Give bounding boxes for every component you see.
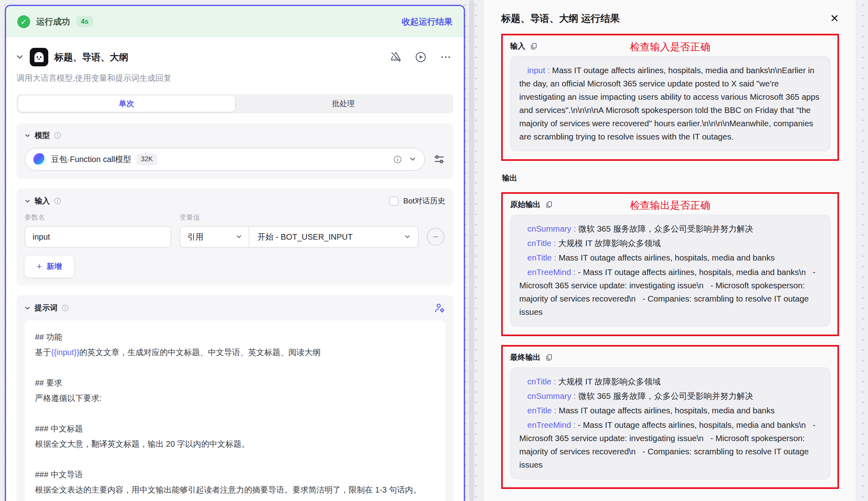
copy-raw-output-icon[interactable] (545, 201, 553, 209)
final-output-kv-line: enTitle : Mass IT outage affects airline… (519, 404, 821, 417)
run-result-header: 标题、导语、大纲 运行结果 ✕ (501, 12, 839, 25)
node-collapse-chevron-icon[interactable] (16, 53, 24, 61)
debug-disabled-icon[interactable] (390, 51, 402, 63)
prompt-line: 严格遵循以下要求: (35, 390, 435, 406)
node-title: 标题、导语、大纲 (54, 51, 128, 64)
run-mode-tabs: 单次 批处理 (16, 94, 453, 113)
input-annotation-box: 检查输入是否正确 输入 input : Mass IT outage affec… (501, 34, 839, 161)
prompt-line (35, 406, 435, 421)
prompt-line: 根据全文大意，翻译英文标题，输出 20 字以内的中文标题。 (35, 436, 435, 452)
node-description: 调用大语言模型,使用变量和提示词生成回复 (6, 66, 464, 84)
doubao-logo-icon (33, 153, 46, 166)
llm-node-avatar (30, 48, 48, 66)
input-section: 输入 Bot对话历史 参数名 变量值 引用 (16, 189, 453, 285)
model-detail-info-icon[interactable] (393, 155, 402, 164)
raw-output-kv-line: cnSummary : 微软 365 服务故障，众多公司受影响并努力解决 (519, 222, 821, 235)
prompt-assistant-person-gear-icon[interactable] (434, 302, 445, 314)
panel-resizer-handle[interactable] (469, 0, 474, 501)
prompt-line: ## 功能 (35, 329, 435, 345)
context-size-badge: 32K (136, 153, 157, 165)
final-output-annotation-box: 最终输出 cnTitle : 大规模 IT 故障影响众多领域 cnSummary… (501, 345, 839, 489)
input-section-title: 输入 (35, 196, 50, 206)
raw-output-label: 原始输出 (510, 199, 541, 210)
add-param-button[interactable]: + 新增 (25, 256, 74, 277)
node-header: 标题、导语、大纲 (6, 37, 464, 66)
close-icon[interactable]: ✕ (830, 13, 839, 24)
run-status-bar: ✓ 运行成功 4s 收起运行结果 (6, 6, 464, 37)
model-select[interactable]: 豆包·Function call模型 32K (25, 148, 425, 171)
value-type-select[interactable]: 引用 (180, 227, 249, 247)
tab-batch-run[interactable]: 批处理 (235, 96, 452, 112)
run-node-play-icon[interactable] (415, 51, 427, 63)
run-result-panel: 标题、导语、大纲 运行结果 ✕ 检查输入是否正确 输入 input : Mass… (483, 0, 856, 501)
llm-node-card: ✓ 运行成功 4s 收起运行结果 标题、导语、大纲 (5, 5, 465, 501)
prompt-collapse-chevron-icon[interactable] (25, 305, 31, 311)
raw-output-kv-line: enTreeMind : - Mass IT outage affects ai… (519, 265, 821, 318)
copy-input-icon[interactable] (530, 42, 538, 50)
raw-output-result-box: cnSummary : 微软 365 服务故障，众多公司受影响并努力解决 cnT… (510, 215, 830, 326)
param-rows: 引用 开始 - BOT_USER_INPUT − (25, 226, 445, 248)
param-name-column-header: 参数名 (25, 213, 171, 222)
output-section-label: 输出 (502, 173, 839, 183)
run-status-label: 运行成功 (36, 16, 70, 27)
plus-icon: + (37, 261, 42, 272)
raw-output-annotation-box: 检查输出是否正确 原始输出 cnSummary : 微软 365 服务故障，众多… (501, 192, 839, 336)
param-value-group: 引用 开始 - BOT_USER_INPUT (179, 226, 419, 248)
raw-output-kv-line: enTitle : Mass IT outage affects airline… (519, 251, 821, 264)
prompt-line (35, 360, 435, 375)
prompt-line: ## 要求 (35, 375, 435, 390)
tab-single-run[interactable]: 单次 (18, 96, 235, 112)
prompt-section-title: 提示词 (35, 303, 58, 313)
prompt-section: 提示词 ## 功能 基于{{input}}的英文文章，生成对应的中文标题、中文导… (16, 295, 453, 501)
prompt-editor[interactable]: ## 功能 基于{{input}}的英文文章，生成对应的中文标题、中文导语、英文… (25, 320, 445, 501)
bot-history-checkbox[interactable] (389, 196, 399, 206)
input-block-label: 输入 (510, 41, 525, 51)
run-duration-badge: 4s (76, 16, 93, 27)
model-dropdown-chevron-icon[interactable] (409, 156, 416, 163)
run-result-title: 标题、导语、大纲 运行结果 (501, 12, 620, 25)
final-output-kv-line: cnSummary : 微软 365 服务故障，众多公司受影响并努力解决 (519, 389, 821, 402)
prompt-line: 基于{{input}}的英文文章，生成对应的中文标题、中文导语、英文标题、阅读大… (35, 345, 435, 360)
model-section: 模型 豆包·Function call模型 32K (16, 123, 453, 179)
input-kv-line: input : Mass IT outage affects airlines,… (519, 64, 821, 143)
input-info-icon[interactable] (54, 197, 61, 205)
final-output-label: 最终输出 (510, 352, 541, 363)
model-section-title: 模型 (35, 130, 50, 141)
final-output-result-box: cnTitle : 大规模 IT 故障影响众多领域 cnSummary : 微软… (510, 368, 830, 479)
input-collapse-chevron-icon[interactable] (25, 198, 31, 204)
raw-output-kv-line: cnTitle : 大规模 IT 故障影响众多领域 (519, 236, 821, 250)
prompt-line: ### 中文标题 (35, 421, 435, 436)
final-output-kv-line: cnTitle : 大规模 IT 故障影响众多领域 (519, 375, 821, 388)
prompt-variable: {{input}} (51, 348, 79, 357)
remove-param-button[interactable]: − (427, 228, 444, 246)
param-value-column-header: 变量值 (179, 213, 419, 222)
success-check-icon: ✓ (17, 15, 30, 28)
model-info-icon[interactable] (54, 132, 61, 139)
prompt-line (35, 452, 435, 467)
prompt-line: ### 中文导语 (35, 467, 435, 482)
bot-history-label: Bot对话历史 (403, 196, 445, 206)
copy-final-output-icon[interactable] (545, 353, 553, 361)
collapse-run-result-link[interactable]: 收起运行结果 (402, 16, 453, 27)
prompt-line: 根据全文表达的主要内容，用中文输出能够引起读者注意力的摘要导语。要求简洁明了，限… (35, 482, 435, 497)
model-name: 豆包·Function call模型 (51, 154, 131, 165)
param-name-input[interactable] (25, 226, 171, 248)
input-result-box: input : Mass IT outage affects airlines,… (510, 56, 830, 151)
prompt-info-icon[interactable] (62, 304, 69, 312)
value-ref-select[interactable]: 开始 - BOT_USER_INPUT (249, 227, 418, 247)
more-options-ellipsis-icon[interactable] (440, 51, 452, 63)
model-settings-sliders-icon[interactable] (433, 153, 445, 165)
final-output-kv-line: enTreeMind : - Mass IT outage affects ai… (519, 418, 821, 471)
param-row: 引用 开始 - BOT_USER_INPUT − (25, 226, 445, 248)
model-collapse-chevron-icon[interactable] (25, 133, 31, 139)
